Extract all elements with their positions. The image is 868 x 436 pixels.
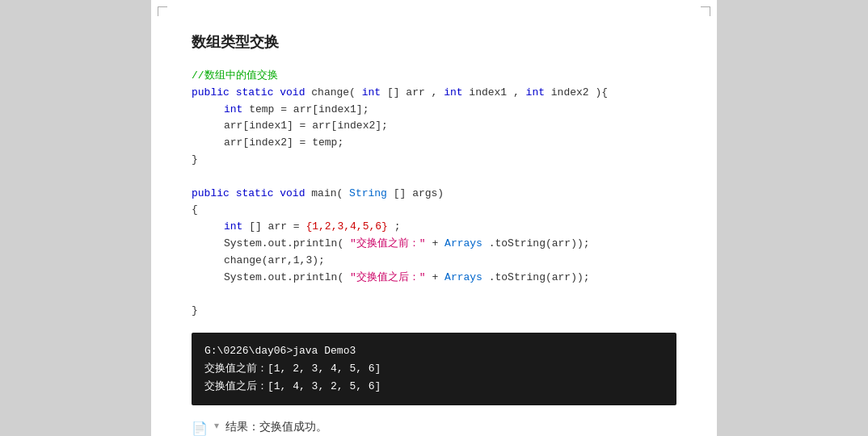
page-title: 数组类型交换 xyxy=(192,32,676,52)
code-block: //数组中的值交换 public static void change( int… xyxy=(192,68,676,320)
terminal-line-1: G:\0226\day06>java Demo3 xyxy=(204,342,664,360)
str-after: "交换值之后：" xyxy=(350,271,426,283)
terminal-block: G:\0226\day06>java Demo3 交换值之前：[1, 2, 3,… xyxy=(192,333,676,405)
class-arrays1: Arrays xyxy=(445,237,482,249)
kw-static2: static xyxy=(236,187,274,199)
str-before: "交换值之前：" xyxy=(350,237,426,249)
code-blank1 xyxy=(192,169,676,186)
code-line-main-sig: public static void main( String [] args) xyxy=(192,186,676,203)
corner-tl xyxy=(158,6,167,16)
type-int-idx2: int xyxy=(526,86,545,99)
code-line-arr-init: int [] arr = {1,2,3,4,5,6} ; xyxy=(224,219,676,236)
code-line-println2: System.out.println( "交换值之后：" + Arrays .t… xyxy=(224,270,676,287)
terminal-line-3: 交换值之后：[1, 4, 3, 2, 5, 6] xyxy=(204,378,664,396)
result-label: 结果：交换值成功。 xyxy=(225,420,327,434)
class-arrays2: Arrays xyxy=(445,271,482,283)
type-int-idx1: int xyxy=(444,86,462,99)
code-line-open-brace: { xyxy=(192,202,676,219)
terminal-line-2: 交换值之前：[1, 2, 3, 4, 5, 6] xyxy=(204,360,664,378)
kw-public1: public xyxy=(192,86,230,99)
code-line-temp: int temp = arr[index1]; xyxy=(224,102,676,119)
class-string: String xyxy=(349,187,387,199)
kw-void2: void xyxy=(280,187,305,199)
code-line-close2: } xyxy=(192,303,676,320)
result-row: 📄 ▾ 结果：交换值成功。 xyxy=(192,420,676,436)
code-arr-literal: {1,2,3,4,5,6} xyxy=(305,220,387,233)
type-int-array: int xyxy=(224,220,242,233)
code-blank2 xyxy=(192,286,676,303)
code-comment-line: //数组中的值交换 xyxy=(192,68,676,85)
kw-public2: public xyxy=(192,187,230,199)
code-line-println1: System.out.println( "交换值之前：" + Arrays .t… xyxy=(224,236,676,253)
type-int-temp: int xyxy=(224,103,242,115)
code-comment: //数组中的值交换 xyxy=(192,69,278,82)
page-container: 数组类型交换 //数组中的值交换 public static void chan… xyxy=(151,0,717,436)
code-line-arr2: arr[index2] = temp; xyxy=(224,135,676,152)
corner-tr xyxy=(701,6,710,16)
document-icon: 📄 xyxy=(192,421,208,436)
kw-static1: static xyxy=(236,86,274,99)
arrow-icon: ▾ xyxy=(214,420,219,431)
kw-void1: void xyxy=(280,86,305,99)
code-line-arr1: arr[index1] = arr[index2]; xyxy=(224,118,676,135)
type-int-arr: int xyxy=(362,86,381,99)
code-line-change-call: change(arr,1,3); xyxy=(224,253,676,270)
code-line-close1: } xyxy=(192,152,676,169)
code-line-change-sig: public static void change( int [] arr , … xyxy=(192,85,676,102)
